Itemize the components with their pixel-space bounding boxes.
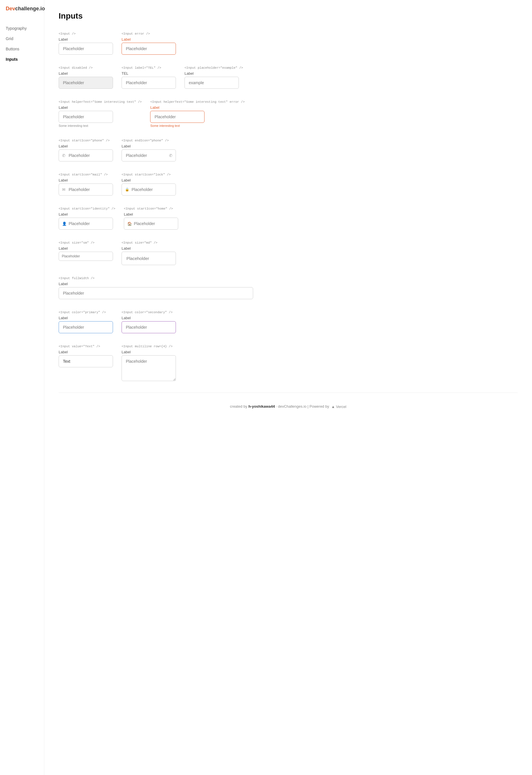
label-sm: Label [59, 246, 113, 251]
input-lock[interactable] [122, 183, 176, 196]
code-end-phone: <Input endIcon="phone" /> [122, 139, 176, 142]
input-block-end-phone: <Input endIcon="phone" /> Label ✆ [122, 139, 176, 161]
input-tel[interactable] [122, 77, 176, 89]
input-block-mail: <Input startIcon="mail" /> Label ✉ [59, 173, 113, 196]
section-value-multiline: <Input value="Text" /> Label <Input mult… [59, 345, 518, 381]
code-mail: <Input startIcon="mail" /> [59, 173, 113, 176]
code-multiline: <Input multiline row={4} /> [122, 345, 176, 348]
sidebar-nav: Typography Grid Buttons Inputs [0, 23, 44, 64]
input-md[interactable] [122, 252, 176, 265]
code-lock: <Input startIcon="lock" /> [122, 173, 176, 176]
code-sm: <Input size="sm" /> [59, 241, 113, 245]
sidebar-item-inputs[interactable]: Inputs [0, 54, 44, 64]
input-block-tel: <Input label="TEL" /> TEL [122, 66, 176, 89]
code-helper: <Input helperText="Some interesting text… [59, 100, 142, 104]
input-container-start-phone: ✆ [59, 149, 113, 161]
input-start-phone[interactable] [59, 149, 113, 161]
code-start-phone: <Input startIcon="phone" /> [59, 139, 113, 142]
input-block-basic: <Input /> Label [59, 32, 113, 55]
section-mail-lock: <Input startIcon="mail" /> Label ✉ <Inpu… [59, 173, 518, 196]
input-multiline[interactable] [122, 355, 176, 381]
sidebar-item-grid[interactable]: Grid [0, 33, 44, 44]
section-basic: <Input /> Label <Input error /> Label [59, 32, 518, 55]
label-identity: Label [59, 212, 115, 217]
label-helper: Label [59, 105, 142, 110]
input-identity[interactable] [59, 218, 113, 230]
input-home[interactable] [124, 218, 178, 230]
sidebar: Devchallenge.io Typography Grid Buttons … [0, 0, 44, 775]
label-secondary: Label [122, 316, 176, 320]
code-identity: <Input startIcon="identity" /> [59, 207, 115, 211]
input-primary[interactable] [59, 321, 113, 333]
section-sizes: <Input size="sm" /> Label <Input size="m… [59, 241, 518, 265]
label-fullwidth: Label [59, 282, 518, 286]
label-basic: Label [59, 37, 113, 41]
code-fullwidth: <Input fullWidth /> [59, 277, 518, 280]
sidebar-item-buttons[interactable]: Buttons [0, 44, 44, 54]
label-multiline: Label [122, 350, 176, 354]
helper-text-error: Some interesting text [150, 124, 245, 127]
input-block-secondary: <Input color="secondary" /> Label [122, 311, 176, 333]
label-md: Label [122, 246, 176, 251]
input-block-identity: <Input startIcon="identity" /> Label 👤 [59, 207, 115, 230]
label-end-phone: Label [122, 144, 176, 148]
logo-dev: Dev [6, 6, 15, 11]
input-fullwidth[interactable] [59, 287, 253, 299]
code-helper-error: <Input helperText="Some interesting text… [150, 100, 245, 104]
code-primary: <Input color="primary" /> [59, 311, 113, 314]
sidebar-item-typography[interactable]: Typography [0, 23, 44, 33]
label-lock: Label [122, 178, 176, 182]
input-mail[interactable] [59, 183, 113, 196]
footer: created by h-yoshikawa44 · devChallenges… [59, 393, 518, 420]
main-content: Inputs <Input /> Label <Input error /> L… [44, 0, 532, 775]
code-disabled: <Input disabled /> [59, 66, 113, 70]
input-container-identity: 👤 [59, 218, 115, 230]
footer-author: h-yoshikawa44 [248, 404, 275, 409]
input-block-helper: <Input helperText="Some interesting text… [59, 100, 142, 127]
code-tel: <Input label="TEL" /> [122, 66, 176, 70]
section-disabled-tel: <Input disabled /> Label <Input label="T… [59, 66, 518, 89]
input-block-multiline: <Input multiline row={4} /> Label [122, 345, 176, 381]
code-secondary: <Input color="secondary" /> [122, 311, 176, 314]
input-container-home: 🏠 [124, 218, 178, 230]
label-helper-error: Label [150, 105, 245, 110]
section-colors: <Input color="primary" /> Label <Input c… [59, 311, 518, 333]
section-fullwidth: <Input fullWidth /> Label [59, 277, 518, 299]
section-identity-home: <Input startIcon="identity" /> Label 👤 <… [59, 207, 518, 230]
input-block-start-phone: <Input startIcon="phone" /> Label ✆ [59, 139, 113, 161]
section-phone-icons: <Input startIcon="phone" /> Label ✆ <Inp… [59, 139, 518, 161]
input-helper-error[interactable] [150, 111, 205, 123]
input-end-phone[interactable] [122, 149, 176, 161]
label-disabled: Label [59, 71, 113, 76]
input-block-helper-error: <Input helperText="Some interesting text… [150, 100, 245, 127]
footer-prefix: created by [230, 404, 248, 409]
input-secondary[interactable] [122, 321, 176, 333]
input-container-mail: ✉ [59, 183, 113, 196]
label-tel: TEL [122, 71, 176, 76]
input-block-sm: <Input size="sm" /> Label [59, 241, 113, 265]
code-home: <Input startIcon="home" /> [124, 207, 178, 211]
label-start-phone: Label [59, 144, 113, 148]
input-basic[interactable] [59, 43, 113, 55]
label-error: Label [122, 37, 176, 41]
input-sm[interactable] [59, 252, 113, 261]
input-error[interactable] [122, 43, 176, 55]
label-value: Label [59, 350, 113, 354]
label-primary: Label [59, 316, 113, 320]
code-example-placeholder: <Input placeholder="example" /> [184, 66, 243, 70]
input-helper[interactable] [59, 111, 113, 123]
input-example-placeholder[interactable] [184, 77, 239, 89]
input-block-lock: <Input startIcon="lock" /> Label 🔒 [122, 173, 176, 196]
code-value: <Input value="Text" /> [59, 345, 113, 348]
vercel-icon: ▲ Vercel [331, 405, 346, 409]
input-block-value: <Input value="Text" /> Label [59, 345, 113, 381]
input-value[interactable] [59, 355, 113, 367]
input-block-md: <Input size="md" /> Label [122, 241, 176, 265]
input-block-home: <Input startIcon="home" /> Label 🏠 [124, 207, 178, 230]
code-basic: <Input /> [59, 32, 113, 35]
footer-separator: · devChallenges.io | Powered by [275, 404, 329, 409]
code-md: <Input size="md" /> [122, 241, 176, 245]
section-helper: <Input helperText="Some interesting text… [59, 100, 518, 127]
input-container-lock: 🔒 [122, 183, 176, 196]
code-error: <Input error /> [122, 32, 176, 35]
